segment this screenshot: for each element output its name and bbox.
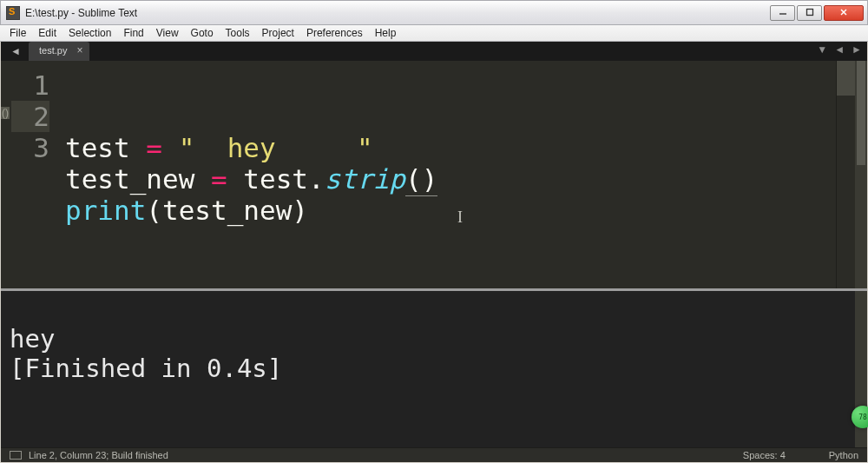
text-cursor-icon: I xyxy=(457,208,463,227)
editor-area[interactable]: () 1 2 3 test = " hey "test_new = test.s… xyxy=(1,61,867,288)
tab-strip: ◄ test.py × ▼ ◄ ► xyxy=(1,42,867,61)
code-token: " hey " xyxy=(179,132,373,163)
console-line: [Finished in 0.4s] xyxy=(10,354,282,383)
menu-view[interactable]: View xyxy=(150,26,185,40)
code-token: = xyxy=(146,132,162,163)
tab-close-icon[interactable]: × xyxy=(76,44,82,56)
menu-selection[interactable]: Selection xyxy=(62,26,117,40)
status-syntax[interactable]: Python xyxy=(829,450,858,460)
code-token: test_new xyxy=(65,163,211,195)
line-number-gutter: 1 2 3 xyxy=(11,61,60,288)
minimap[interactable] xyxy=(836,61,855,288)
close-button[interactable] xyxy=(824,5,864,21)
window-title-bar: E:\test.py - Sublime Text xyxy=(0,0,868,25)
code-token: strip xyxy=(325,163,405,195)
minimize-button[interactable] xyxy=(770,5,795,21)
assist-badge-icon[interactable]: 78 xyxy=(852,406,868,428)
code-token xyxy=(162,132,179,163)
status-bar: Line 2, Column 23; Build finished Spaces… xyxy=(1,447,867,462)
menu-find[interactable]: Find xyxy=(117,26,149,40)
status-cursor-info: Line 2, Column 23; Build finished xyxy=(29,450,168,460)
status-indentation[interactable]: Spaces: 4 xyxy=(743,450,786,460)
code-token: test xyxy=(65,132,146,163)
menu-preferences[interactable]: Preferences xyxy=(300,26,369,40)
line-number: 2 xyxy=(11,101,49,132)
menu-help[interactable]: Help xyxy=(369,26,403,40)
menu-edit[interactable]: Edit xyxy=(32,26,62,40)
build-output-panel[interactable]: hey [Finished in 0.4s] 78 xyxy=(1,288,867,447)
menu-file[interactable]: File xyxy=(3,26,32,40)
code-token: print xyxy=(65,195,146,226)
window-title: E:\test.py - Sublime Text xyxy=(25,7,137,19)
svg-rect-1 xyxy=(806,9,812,15)
code-token: () xyxy=(405,163,437,196)
tabs-dropdown-icon[interactable]: ▼ xyxy=(817,43,827,56)
code-text[interactable]: test = " hey "test_new = test.strip()pri… xyxy=(60,61,836,288)
bracket-match-icon: () xyxy=(1,107,10,119)
tab-testpy[interactable]: test.py × xyxy=(29,42,89,61)
editor-scrollbar[interactable] xyxy=(855,61,867,288)
line-number: 3 xyxy=(11,132,49,163)
line-number: 1 xyxy=(11,69,49,101)
maximize-button[interactable] xyxy=(797,5,822,21)
pane-next-icon[interactable]: ► xyxy=(852,43,862,56)
app-icon xyxy=(6,6,20,20)
menu-tools[interactable]: Tools xyxy=(220,26,256,40)
tabs-scroll-left-icon[interactable]: ◄ xyxy=(6,42,25,61)
code-token: . xyxy=(308,163,325,195)
tab-label: test.py xyxy=(39,45,67,56)
pane-prev-icon[interactable]: ◄ xyxy=(834,43,845,56)
menu-bar: File Edit Selection Find View Goto Tools… xyxy=(0,25,868,42)
menu-project[interactable]: Project xyxy=(256,26,300,40)
code-token: test xyxy=(227,163,308,195)
minimap-viewport[interactable] xyxy=(837,61,855,96)
console-line: hey xyxy=(10,324,55,354)
fold-gutter: () xyxy=(1,61,11,288)
menu-goto[interactable]: Goto xyxy=(185,26,220,40)
code-token: (test_new) xyxy=(146,195,308,226)
code-token: = xyxy=(211,163,227,195)
